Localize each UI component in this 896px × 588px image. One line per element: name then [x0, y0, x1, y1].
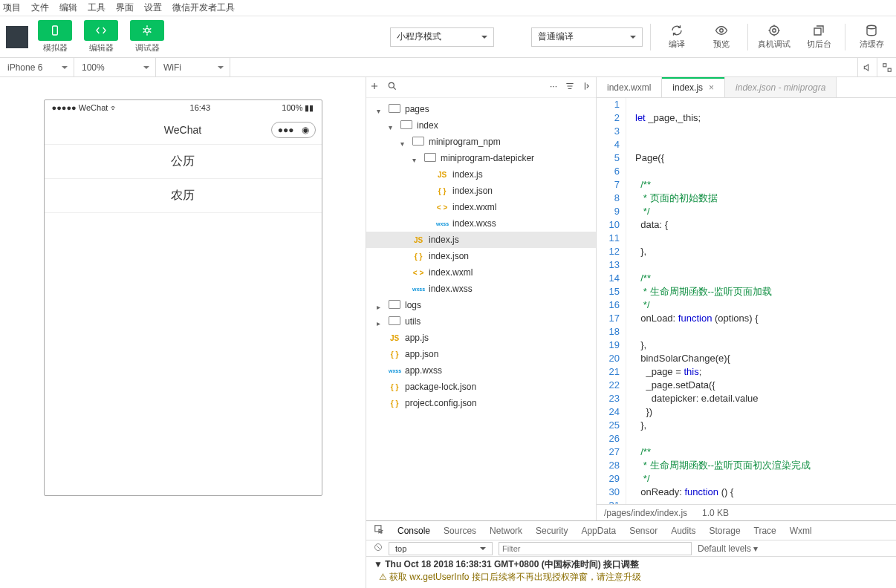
network-select[interactable]: WiFi [156, 58, 230, 77]
tree-node[interactable]: wxssapp.wxss [366, 362, 596, 379]
tree-node[interactable]: index [366, 117, 596, 134]
menu-item[interactable]: 设置 [144, 1, 162, 14]
more-icon[interactable]: ●●● [278, 125, 294, 135]
clear-cache-button[interactable]: 清缓存 [853, 24, 890, 50]
simulator-pane: ●●●●● WeChat ᯤ 16:43 100% ▮▮ WeChat ●●● … [0, 77, 366, 588]
chevron-icon[interactable] [377, 301, 384, 309]
svg-point-3 [770, 26, 779, 35]
console-output[interactable]: ▼ Thu Oct 18 2018 16:38:31 GMT+0800 (中国标… [366, 557, 896, 588]
levels-select[interactable]: Default levels ▾ [698, 543, 758, 554]
folder-icon [389, 300, 400, 310]
more-icon[interactable]: ··· [550, 81, 557, 94]
solar-cell[interactable]: 公历 [45, 145, 322, 179]
devtools-tab[interactable]: Console [397, 526, 430, 536]
tree-node[interactable]: { }package-lock.json [366, 379, 596, 395]
device-select[interactable]: iPhone 6 [0, 58, 74, 77]
devtools-tab[interactable]: Network [490, 526, 522, 536]
chevron-icon[interactable] [389, 122, 396, 129]
wxml-icon: < > [436, 203, 448, 212]
editor-tab[interactable]: index.json - miniprogra [725, 77, 837, 97]
editor-tab[interactable]: index.js× [662, 77, 725, 97]
code-editor[interactable]: 1234567891011121314151617181920212223242… [597, 98, 896, 504]
devtools-tab[interactable]: Security [536, 526, 568, 536]
json-icon: { } [389, 350, 400, 359]
background-label: 切后台 [807, 39, 831, 50]
tree-node[interactable]: { }index.json [366, 248, 596, 264]
tree-label: index [417, 120, 438, 131]
devtools-tab[interactable]: Sensor [629, 526, 658, 536]
clear-icon[interactable] [374, 543, 383, 554]
zoom-select[interactable]: 100% [74, 58, 156, 77]
avatar[interactable] [6, 26, 28, 48]
devtools-tab[interactable]: Wxml [790, 526, 812, 536]
tree-node[interactable]: logs [366, 297, 596, 313]
close-icon[interactable]: × [709, 82, 714, 93]
settings-icon[interactable] [565, 81, 575, 94]
mode-select-label: 小程序模式 [397, 30, 441, 43]
menu-item[interactable]: 文件 [31, 1, 49, 14]
menu-item[interactable]: 微信开发者工具 [172, 1, 235, 14]
preview-button[interactable]: 预览 [703, 24, 740, 50]
tree-node[interactable]: utils [366, 313, 596, 330]
devtools-tab[interactable]: Trace [754, 526, 776, 536]
tree-node[interactable]: < >index.wxml [366, 199, 596, 215]
menu-item[interactable]: 项目 [3, 1, 21, 14]
nav-title: WeChat [164, 124, 201, 136]
devtools-tab[interactable]: AppData [581, 526, 616, 536]
inspect-icon[interactable] [374, 524, 384, 537]
tree-node[interactable]: wxssindex.wxss [366, 215, 596, 232]
tree-node[interactable]: JSindex.js [366, 232, 596, 248]
chevron-icon[interactable] [377, 318, 384, 325]
compile-button[interactable]: 编译 [658, 24, 695, 50]
tree-node[interactable]: { }app.json [366, 346, 596, 362]
chevron-icon[interactable] [400, 138, 408, 146]
devtools-tabs: ConsoleSourcesNetworkSecurityAppDataSens… [366, 521, 896, 540]
target-icon[interactable]: ◉ [302, 125, 309, 135]
tree-node[interactable]: miniprogram_npm [366, 134, 596, 150]
editor-button[interactable]: 编辑器 [82, 20, 120, 53]
devtools-tab[interactable]: Storage [710, 526, 741, 536]
collapse-icon[interactable] [582, 81, 593, 94]
lunar-cell[interactable]: 农历 [45, 179, 322, 213]
tree-label: pages [405, 104, 429, 114]
tree-node[interactable]: wxssindex.wxss [366, 281, 596, 297]
debugger-button[interactable]: 调试器 [128, 20, 166, 53]
code-content[interactable]: let _page,_this; Page({ /** * 页面的初始数据 */… [626, 98, 896, 504]
menu-item[interactable]: 界面 [116, 1, 134, 14]
tree-node[interactable]: { }index.json [366, 183, 596, 199]
new-file-icon[interactable] [369, 81, 380, 94]
tree-label: index.js [429, 235, 459, 245]
folder-icon [412, 137, 424, 147]
mute-icon[interactable] [857, 58, 877, 77]
tree-label: app.js [405, 333, 429, 343]
remote-debug-label: 真机调试 [758, 39, 791, 50]
tree-node[interactable]: { }project.config.json [366, 395, 596, 411]
filter-input[interactable] [499, 542, 692, 555]
tree-node[interactable]: miniprogram-datepicker [366, 150, 596, 166]
remote-debug-button[interactable]: 真机调试 [756, 24, 793, 50]
editor-tab[interactable]: index.wxml [597, 77, 662, 97]
devtools-tab[interactable]: Sources [444, 526, 476, 536]
tree-node[interactable]: pages [366, 101, 596, 117]
popout-icon[interactable] [877, 58, 896, 77]
menu-item[interactable]: 工具 [88, 1, 105, 14]
devtools-tab[interactable]: Audits [671, 526, 695, 536]
compile-select[interactable]: 普通编译 [531, 27, 643, 47]
tree-node[interactable]: JSindex.js [366, 166, 596, 183]
wxss-icon: wxss [412, 287, 424, 292]
json-icon: { } [436, 187, 448, 195]
file-tree[interactable]: pagesindexminiprogram_npmminiprogram-dat… [366, 98, 596, 588]
background-button[interactable]: 切后台 [800, 24, 837, 50]
search-icon[interactable] [387, 81, 397, 94]
context-select[interactable]: top [389, 542, 493, 555]
capsule-menu[interactable]: ●●● ◉ [271, 122, 316, 138]
chevron-icon[interactable] [377, 105, 384, 113]
menu-item[interactable]: 编辑 [59, 1, 77, 14]
folder-icon [389, 316, 400, 327]
tree-node[interactable]: < >index.wxml [366, 264, 596, 281]
mode-select[interactable]: 小程序模式 [390, 27, 494, 47]
simulator-button[interactable]: 模拟器 [36, 20, 74, 53]
svg-point-5 [867, 25, 876, 29]
chevron-icon[interactable] [412, 154, 420, 162]
tree-node[interactable]: JSapp.js [366, 330, 596, 346]
